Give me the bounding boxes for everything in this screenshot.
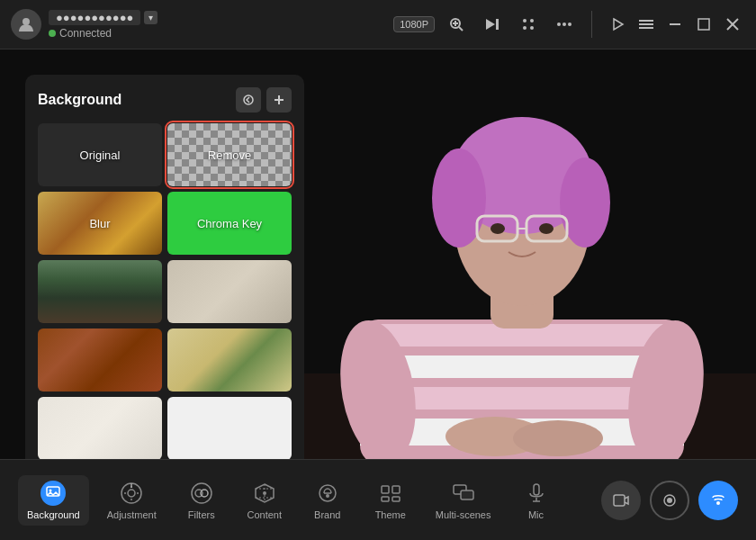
svg-point-12 xyxy=(562,22,566,26)
bg-item-sketch[interactable] xyxy=(38,397,162,459)
panel-add-button[interactable] xyxy=(266,87,292,112)
svg-point-70 xyxy=(716,501,720,505)
bg-item-original-label: Original xyxy=(80,148,121,162)
background-panel: Background Original xyxy=(25,75,304,459)
avatar xyxy=(11,9,41,40)
bg-item-white[interactable] xyxy=(167,397,292,459)
svg-point-55 xyxy=(263,491,266,495)
bottom-right-buttons xyxy=(601,481,738,520)
record-button[interactable] xyxy=(650,481,689,520)
background-icon xyxy=(40,481,66,506)
svg-rect-60 xyxy=(392,486,400,493)
connected-label: Connected xyxy=(59,27,112,40)
svg-point-40 xyxy=(490,223,505,234)
menu-button[interactable] xyxy=(634,12,659,37)
svg-point-58 xyxy=(326,494,329,498)
window-controls xyxy=(605,12,745,37)
svg-rect-61 xyxy=(382,497,389,501)
svg-rect-59 xyxy=(382,486,389,493)
bg-item-texture1[interactable] xyxy=(167,260,292,323)
panel-header-icons xyxy=(236,87,292,112)
bg-item-remove[interactable]: Remove xyxy=(167,123,292,186)
svg-point-9 xyxy=(523,26,526,30)
svg-point-10 xyxy=(530,26,534,30)
svg-rect-16 xyxy=(639,23,653,25)
svg-point-8 xyxy=(530,19,534,22)
svg-point-13 xyxy=(568,22,572,26)
multiscenes-icon xyxy=(451,481,476,506)
more-button[interactable] xyxy=(550,10,579,39)
svg-point-0 xyxy=(22,18,30,25)
nav-item-filters[interactable]: Filters xyxy=(175,475,229,526)
svg-rect-15 xyxy=(639,20,653,22)
content-icon xyxy=(252,481,277,506)
nav-item-multiscenes[interactable]: Multi-scenes xyxy=(427,475,500,526)
panel-back-button[interactable] xyxy=(236,87,261,112)
svg-point-7 xyxy=(523,19,526,22)
bottom-bar: Background Adjustment xyxy=(0,459,756,540)
bg-item-remove-label: Remove xyxy=(208,148,251,162)
nav-item-theme[interactable]: Theme xyxy=(364,475,418,526)
nav-brand-label: Brand xyxy=(314,509,340,520)
nav-multiscenes-label: Multi-scenes xyxy=(436,509,491,520)
nav-item-brand[interactable]: Brand xyxy=(301,475,355,526)
nav-theme-label: Theme xyxy=(375,509,406,520)
nav-item-background[interactable]: Background xyxy=(18,475,89,526)
svg-rect-19 xyxy=(698,19,709,30)
svg-point-11 xyxy=(557,22,561,26)
svg-point-69 xyxy=(667,498,672,503)
nav-item-mic[interactable]: Mic xyxy=(509,475,563,526)
user-info: ●●●●●●●●●●● ▾ Connected xyxy=(49,10,158,40)
svg-rect-62 xyxy=(392,497,400,501)
dropdown-arrow[interactable]: ▾ xyxy=(144,11,158,24)
svg-rect-65 xyxy=(534,484,539,495)
svg-rect-6 xyxy=(496,19,499,30)
nav-item-adjustment[interactable]: Adjustment xyxy=(98,475,166,526)
skip-button[interactable] xyxy=(478,10,507,39)
live-button[interactable] xyxy=(698,481,738,520)
bg-item-blur-label: Blur xyxy=(89,217,110,230)
bg-item-office[interactable] xyxy=(38,260,162,323)
bg-item-chroma[interactable]: Chroma Key xyxy=(167,192,292,255)
maximize-button[interactable] xyxy=(691,12,716,37)
svg-rect-17 xyxy=(639,27,653,29)
background-grid: Original Remove Blur Chroma Key xyxy=(38,123,292,459)
filters-icon xyxy=(189,481,214,506)
nav-adjustment-label: Adjustment xyxy=(107,509,157,520)
connected-indicator xyxy=(49,30,56,37)
nav-content-label: Content xyxy=(247,509,282,520)
zoom-in-button[interactable] xyxy=(442,10,471,39)
bg-item-brick[interactable] xyxy=(38,328,162,392)
topbar: ●●●●●●●●●●● ▾ Connected 1080P xyxy=(0,0,756,50)
nav-items: Background Adjustment xyxy=(18,475,601,526)
bg-item-plant[interactable] xyxy=(167,328,292,392)
svg-rect-64 xyxy=(461,490,473,500)
nav-filters-label: Filters xyxy=(188,509,215,520)
nav-background-label: Background xyxy=(27,509,80,520)
close-button[interactable] xyxy=(720,12,745,37)
main-area: Background Original xyxy=(0,50,756,459)
brand-icon xyxy=(315,481,340,506)
nav-mic-label: Mic xyxy=(528,509,544,520)
svg-rect-18 xyxy=(670,23,680,25)
nav-item-content[interactable]: Content xyxy=(238,475,292,526)
apps-button[interactable] xyxy=(514,10,543,39)
svg-point-41 xyxy=(539,223,554,234)
username-text: ●●●●●●●●●●● xyxy=(49,10,140,25)
svg-marker-5 xyxy=(486,19,495,30)
adjustment-icon xyxy=(119,481,144,506)
bg-item-blur[interactable]: Blur xyxy=(38,192,162,255)
theme-icon xyxy=(378,481,403,506)
minimize-button[interactable] xyxy=(662,12,688,37)
panel-title: Background xyxy=(38,92,122,108)
monitor-button[interactable] xyxy=(605,12,630,37)
camera-button[interactable] xyxy=(601,481,641,520)
svg-line-2 xyxy=(459,27,463,31)
svg-point-43 xyxy=(513,420,603,456)
bg-item-chroma-label: Chroma Key xyxy=(197,217,262,230)
resolution-badge[interactable]: 1080P xyxy=(393,16,435,32)
svg-point-54 xyxy=(201,490,208,497)
svg-point-44 xyxy=(244,95,253,104)
bg-item-original[interactable]: Original xyxy=(38,123,162,186)
svg-marker-14 xyxy=(614,19,623,30)
